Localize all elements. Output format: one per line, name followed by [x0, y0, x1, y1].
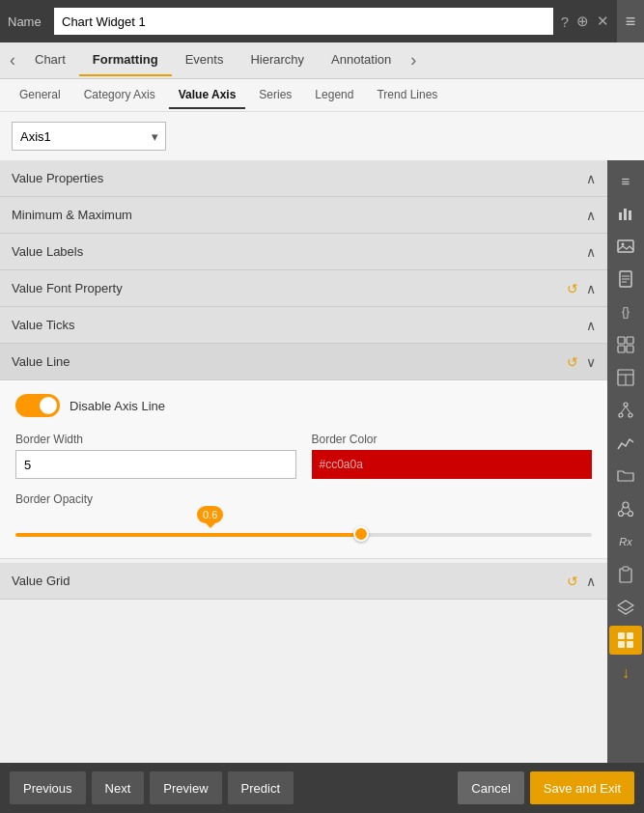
- main-content: Value Properties ∧ Minimum & Maximum ∧ V…: [0, 160, 607, 763]
- move-icon[interactable]: ⊕: [576, 13, 589, 30]
- border-width-label: Border Width: [15, 433, 296, 446]
- predict-button[interactable]: Predict: [228, 771, 294, 804]
- svg-point-21: [623, 502, 629, 508]
- bottom-toolbar: Previous Next Preview Predict Cancel Sav…: [0, 763, 644, 813]
- axis-dropdown-row: Axis1 Axis2: [0, 112, 644, 160]
- next-button[interactable]: Next: [92, 771, 145, 804]
- section-value-line[interactable]: Value Line ↺ ∨: [0, 344, 607, 380]
- sub-tab-series[interactable]: Series: [249, 82, 301, 109]
- section-value-labels[interactable]: Value Labels ∧: [0, 234, 607, 270]
- border-color-label: Border Color: [312, 433, 593, 446]
- section-value-font[interactable]: Value Font Property ↺ ∧: [0, 270, 607, 307]
- sidebar-icon-folder[interactable]: [609, 462, 642, 491]
- svg-rect-30: [618, 632, 625, 639]
- content-area: Value Properties ∧ Minimum & Maximum ∧ V…: [0, 160, 644, 763]
- disable-axis-line-toggle[interactable]: [15, 394, 60, 417]
- svg-point-17: [619, 413, 623, 417]
- value-properties-collapse[interactable]: ∧: [586, 171, 596, 186]
- value-ticks-collapse[interactable]: ∧: [586, 318, 596, 333]
- svg-line-20: [626, 406, 630, 413]
- sidebar-icon-hierarchy[interactable]: [609, 396, 642, 425]
- value-ticks-label: Value Ticks: [12, 318, 75, 332]
- value-grid-reset-icon[interactable]: ↺: [567, 574, 578, 589]
- sub-tabs: General Category Axis Value Axis Series …: [0, 79, 644, 112]
- tab-hierarchy[interactable]: Hierarchy: [237, 44, 318, 76]
- border-fields-row: Border Width Border Color #cc0a0a: [15, 433, 592, 479]
- sidebar-icon-link[interactable]: [609, 494, 642, 523]
- svg-point-4: [622, 243, 625, 246]
- value-line-body: Disable Axis Line Border Width Border Co…: [0, 380, 607, 559]
- svg-rect-32: [618, 641, 625, 648]
- section-value-ticks[interactable]: Value Ticks ∧: [0, 307, 607, 344]
- tab-annotation[interactable]: Annotation: [318, 44, 405, 76]
- sidebar-icon-image[interactable]: [609, 232, 642, 261]
- section-value-properties[interactable]: Value Properties ∧: [0, 160, 607, 197]
- svg-line-19: [621, 406, 626, 413]
- svg-rect-33: [627, 641, 633, 648]
- sub-tab-value-axis[interactable]: Value Axis: [169, 82, 246, 109]
- cancel-button[interactable]: Cancel: [458, 771, 523, 804]
- svg-rect-10: [627, 337, 633, 344]
- svg-rect-31: [627, 632, 633, 639]
- name-input[interactable]: [54, 8, 553, 35]
- border-opacity-slider-container: 0.6: [15, 506, 592, 537]
- value-font-reset-icon[interactable]: ↺: [567, 281, 578, 296]
- sidebar-icon-linechart[interactable]: [609, 429, 642, 458]
- close-icon[interactable]: ✕: [597, 13, 609, 30]
- border-color-group: Border Color #cc0a0a: [312, 433, 593, 479]
- value-grid-collapse[interactable]: ∧: [586, 574, 596, 589]
- value-font-label: Value Font Property: [12, 281, 123, 295]
- disable-axis-line-label: Disable Axis Line: [70, 399, 165, 413]
- value-line-collapse[interactable]: ∨: [586, 354, 596, 370]
- sidebar-icon-rx[interactable]: Rx: [609, 527, 642, 556]
- slider-track[interactable]: [15, 533, 592, 537]
- sidebar-icon-grid-active[interactable]: [609, 626, 642, 655]
- tab-next-arrow[interactable]: ›: [405, 50, 422, 70]
- value-labels-collapse[interactable]: ∧: [586, 244, 596, 260]
- sidebar-icon-table[interactable]: [609, 363, 642, 392]
- name-bar: Name ? ⊕ ✕ ≡: [0, 0, 644, 42]
- border-opacity-section: Border Opacity 0.6: [15, 492, 592, 537]
- sidebar-icon-properties[interactable]: ≡: [609, 166, 642, 195]
- svg-rect-3: [618, 240, 633, 252]
- value-line-reset-icon[interactable]: ↺: [567, 354, 578, 370]
- svg-rect-28: [623, 567, 629, 571]
- sidebar-icon-code[interactable]: {}: [609, 297, 642, 326]
- svg-point-22: [619, 512, 624, 517]
- tab-chart[interactable]: Chart: [21, 44, 79, 76]
- panel-toggle[interactable]: ≡: [617, 0, 644, 42]
- border-width-input[interactable]: [15, 450, 296, 479]
- sub-tab-general[interactable]: General: [10, 82, 70, 109]
- axis-dropdown-wrapper[interactable]: Axis1 Axis2: [12, 122, 166, 151]
- svg-rect-12: [627, 346, 633, 352]
- sidebar-icon-download[interactable]: ↓: [609, 659, 642, 687]
- right-sidebar: ≡ {}: [607, 160, 644, 763]
- sidebar-icon-doc[interactable]: [609, 265, 642, 294]
- section-min-max[interactable]: Minimum & Maximum ∧: [0, 197, 607, 234]
- tab-formatting[interactable]: Formatting: [79, 44, 172, 76]
- tab-events[interactable]: Events: [172, 44, 238, 76]
- min-max-label: Minimum & Maximum: [12, 208, 132, 222]
- sidebar-icon-clipboard[interactable]: [609, 560, 642, 589]
- sidebar-icon-layers[interactable]: [609, 593, 642, 622]
- value-font-collapse[interactable]: ∧: [586, 281, 596, 296]
- axis-select[interactable]: Axis1 Axis2: [12, 122, 166, 151]
- sub-tab-legend[interactable]: Legend: [305, 82, 363, 109]
- sidebar-icon-chart[interactable]: [609, 199, 642, 228]
- tab-prev-arrow[interactable]: ‹: [4, 50, 21, 70]
- min-max-collapse[interactable]: ∧: [586, 208, 596, 223]
- previous-button[interactable]: Previous: [10, 771, 86, 804]
- sub-tab-category-axis[interactable]: Category Axis: [74, 82, 165, 109]
- section-value-grid[interactable]: Value Grid ↺ ∧: [0, 563, 607, 600]
- svg-point-18: [629, 413, 632, 417]
- slider-thumb[interactable]: [353, 526, 369, 542]
- sub-tab-trend-lines[interactable]: Trend Lines: [367, 82, 447, 109]
- preview-button[interactable]: Preview: [150, 771, 221, 804]
- value-properties-label: Value Properties: [12, 171, 103, 185]
- border-color-input[interactable]: #cc0a0a: [312, 450, 593, 479]
- sidebar-icon-gallery[interactable]: [609, 330, 642, 359]
- help-icon[interactable]: ?: [561, 14, 569, 30]
- save-exit-button[interactable]: Save and Exit: [530, 771, 634, 804]
- name-label: Name: [8, 14, 46, 29]
- svg-rect-11: [618, 346, 625, 352]
